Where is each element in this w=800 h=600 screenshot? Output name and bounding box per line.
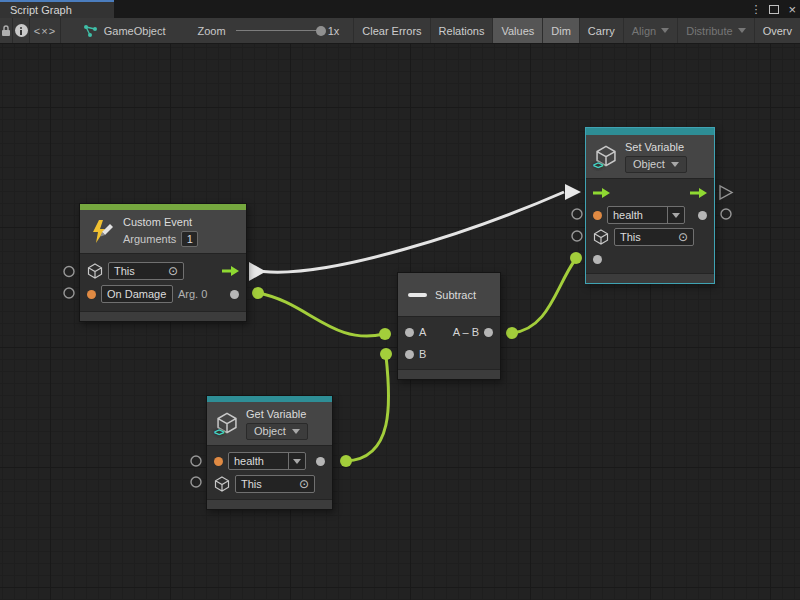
flow-output-port-setvariable-unconnected[interactable] bbox=[720, 186, 732, 199]
chevron-down-icon bbox=[672, 213, 680, 218]
variable-value-output-port[interactable] bbox=[316, 457, 325, 466]
wire-arg0-to-subtract-a[interactable] bbox=[258, 293, 384, 336]
variable-value-output-port[interactable] bbox=[698, 211, 707, 220]
variable-value-input-port[interactable] bbox=[593, 255, 602, 264]
arguments-input[interactable]: 1 bbox=[181, 231, 198, 247]
flow-output-arrow-icon[interactable] bbox=[222, 265, 239, 277]
gameobject-cube-icon bbox=[214, 476, 230, 492]
port-arg0-connected[interactable] bbox=[252, 287, 264, 299]
gameobject-cube-icon bbox=[87, 263, 103, 279]
node-get-variable[interactable]: <> Get Variable Object health bbox=[206, 395, 333, 510]
node-footer bbox=[586, 273, 714, 283]
target-field[interactable]: This ⊙ bbox=[235, 475, 315, 493]
port-customevent-event-unconnected[interactable] bbox=[64, 288, 74, 298]
gameobject-cube-icon bbox=[593, 229, 609, 245]
subtract-icon bbox=[408, 293, 427, 297]
port-getvariable-target-unconnected[interactable] bbox=[191, 477, 201, 487]
port-getvariable-out-connected[interactable] bbox=[340, 455, 352, 467]
port-b-label: B bbox=[419, 348, 426, 360]
wire-flow-customevent-to-setvariable[interactable] bbox=[263, 192, 564, 272]
variable-brackets-icon: <> bbox=[214, 427, 224, 438]
variable-brackets-icon: <> bbox=[593, 160, 603, 171]
node-footer bbox=[207, 499, 332, 509]
port-subtract-a-connected[interactable] bbox=[379, 328, 391, 340]
port-setvariable-output-unconnected[interactable] bbox=[721, 209, 731, 219]
arguments-label: Arguments bbox=[123, 233, 176, 245]
variable-scope-dropdown[interactable]: Object bbox=[246, 423, 308, 440]
node-footer bbox=[398, 369, 500, 379]
chevron-down-icon bbox=[293, 459, 301, 464]
target-picker-icon[interactable]: ⊙ bbox=[168, 266, 178, 276]
custom-event-icon bbox=[89, 219, 115, 245]
unity-visual-scripting-window: Script Graph ⋮ × <×> GameObject bbox=[0, 0, 800, 600]
port-setvariable-target-unconnected[interactable] bbox=[572, 231, 582, 241]
port-subtract-out-connected[interactable] bbox=[506, 327, 518, 339]
port-getvariable-name-unconnected[interactable] bbox=[191, 456, 201, 466]
flow-input-arrow-icon[interactable] bbox=[593, 187, 610, 199]
node-footer bbox=[80, 311, 246, 321]
event-name-port[interactable] bbox=[87, 290, 96, 299]
flow-output-arrow-icon[interactable] bbox=[690, 187, 707, 199]
node-set-variable[interactable]: <> Set Variable Object bbox=[585, 127, 715, 284]
flow-arrowhead-icon[interactable] bbox=[565, 184, 581, 200]
port-setvariable-value-connected[interactable] bbox=[570, 252, 582, 264]
port-a-label: A bbox=[419, 326, 426, 338]
arg0-output-port[interactable] bbox=[230, 290, 239, 299]
event-name-field[interactable]: On Damage bbox=[101, 285, 173, 303]
node-custom-event[interactable]: Custom Event Arguments 1 This ⊙ bbox=[79, 203, 247, 322]
variable-name-dropdown[interactable]: health bbox=[607, 206, 685, 224]
variable-name-port[interactable] bbox=[593, 211, 602, 220]
variable-name-port[interactable] bbox=[214, 457, 223, 466]
flow-output-port-custom-event[interactable] bbox=[249, 262, 266, 281]
port-customevent-target-unconnected[interactable] bbox=[64, 267, 74, 277]
chevron-down-icon bbox=[292, 429, 300, 434]
node-title: Custom Event bbox=[123, 216, 198, 228]
wire-subtract-to-setvariable-value[interactable] bbox=[512, 260, 575, 333]
node-title: Set Variable bbox=[625, 141, 687, 153]
wire-getvariable-to-subtract-b[interactable] bbox=[346, 356, 389, 461]
port-subtract-b-connected[interactable] bbox=[380, 348, 392, 360]
node-subtract[interactable]: Subtract A A – B B bbox=[397, 272, 501, 380]
node-title: Get Variable bbox=[246, 408, 308, 420]
target-field[interactable]: This ⊙ bbox=[614, 228, 694, 246]
output-label: A – B bbox=[453, 326, 479, 338]
arg0-label: Arg. 0 bbox=[178, 288, 207, 300]
port-setvariable-name-unconnected[interactable] bbox=[572, 209, 582, 219]
subtract-output-port[interactable] bbox=[484, 328, 493, 337]
subtract-b-port[interactable] bbox=[405, 350, 414, 359]
target-picker-icon[interactable]: ⊙ bbox=[678, 232, 688, 242]
variable-name-dropdown[interactable]: health bbox=[228, 452, 306, 470]
variable-scope-dropdown[interactable]: Object bbox=[625, 156, 687, 173]
chevron-down-icon bbox=[671, 162, 679, 167]
target-picker-icon[interactable]: ⊙ bbox=[299, 479, 309, 489]
subtract-a-port[interactable] bbox=[405, 328, 414, 337]
target-field[interactable]: This ⊙ bbox=[108, 262, 184, 280]
node-title: Subtract bbox=[435, 289, 476, 301]
variable-colorbar bbox=[586, 128, 714, 135]
